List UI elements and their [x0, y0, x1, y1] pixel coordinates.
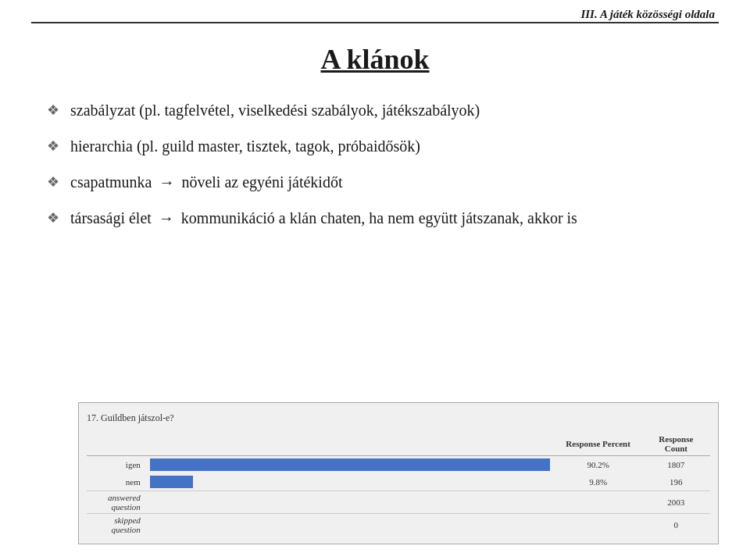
chart-container: 17. Guildben játszol-e? Response Percent…: [78, 402, 719, 544]
table-row-igen: igen 90.2% 1807: [87, 456, 710, 474]
bullet-item-4: ❖ társasági élet → kommunikáció a klán c…: [47, 207, 703, 229]
row-igen-count: 1807: [642, 456, 710, 474]
bullet-item-2: ❖ hierarchia (pl. guild master, tisztek,…: [47, 135, 703, 157]
row-nem-label: nem: [87, 473, 145, 491]
content-area: ❖ szabályzat (pl. tagfelvétel, viselkedé…: [0, 99, 750, 229]
row-nem-pct: 9.8%: [555, 473, 642, 491]
bar-nem: [150, 476, 194, 488]
row-nem-bar: [145, 473, 555, 491]
diamond-icon-1: ❖: [47, 101, 59, 120]
arrow-icon-2: →: [159, 209, 174, 226]
diamond-icon-4: ❖: [47, 209, 59, 228]
header-line: [31, 22, 719, 23]
row-igen-pct: 90.2%: [555, 456, 642, 474]
table-row-nem: nem 9.8% 196: [87, 473, 710, 491]
summary-skipped-count: 0: [642, 514, 710, 537]
summary-row-answered: answered question 2003: [87, 491, 710, 514]
summary-skipped-empty: [145, 514, 555, 537]
summary-answered-count: 2003: [642, 491, 710, 514]
bullet-text-3: csapatmunka → növeli az egyéni játékidőt: [70, 171, 703, 193]
bullet-item-3: ❖ csapatmunka → növeli az egyéni játékid…: [47, 171, 703, 193]
bullet-text-1: szabályzat (pl. tagfelvétel, viselkedési…: [70, 99, 703, 121]
diamond-icon-2: ❖: [47, 137, 59, 156]
arrow-icon-1: →: [159, 173, 174, 191]
summary-answered-label: answered question: [87, 491, 145, 514]
row-igen-label: igen: [87, 456, 145, 474]
th-response-percent: Response Percent: [555, 432, 642, 456]
page-title: A klánok: [0, 43, 750, 76]
diamond-icon-3: ❖: [47, 173, 59, 192]
bullet-item-1: ❖ szabályzat (pl. tagfelvétel, viselkedé…: [47, 99, 703, 121]
bullet-3-part2: növeli az egyéni játékidőt: [181, 173, 342, 191]
th-bar: [145, 432, 555, 456]
chart-table: Response Percent Response Count igen 90.…: [87, 432, 710, 536]
bullet-text-2: hierarchia (pl. guild master, tisztek, t…: [70, 135, 703, 157]
summary-answered-empty2: [555, 491, 642, 514]
row-igen-bar: [145, 456, 555, 474]
th-response-count: Response Count: [642, 432, 710, 456]
bullet-text-4: társasági élet → kommunikáció a klán cha…: [70, 207, 703, 229]
summary-skipped-empty2: [555, 514, 642, 537]
summary-skipped-label: skipped question: [87, 514, 145, 537]
th-empty: [87, 432, 145, 456]
summary-answered-empty: [145, 491, 555, 514]
row-nem-count: 196: [642, 473, 710, 491]
bullet-4-part1: társasági élet: [70, 209, 152, 226]
bar-igen: [150, 458, 550, 471]
bullet-3-part1: csapatmunka: [70, 173, 152, 191]
bullet-4-part2: kommunikáció a klán chaten, ha nem együt…: [181, 209, 577, 226]
header-title: III. A játék közösségi oldala: [580, 8, 715, 21]
summary-row-skipped: skipped question 0: [87, 514, 710, 537]
chart-question: 17. Guildben játszol-e?: [87, 412, 710, 424]
